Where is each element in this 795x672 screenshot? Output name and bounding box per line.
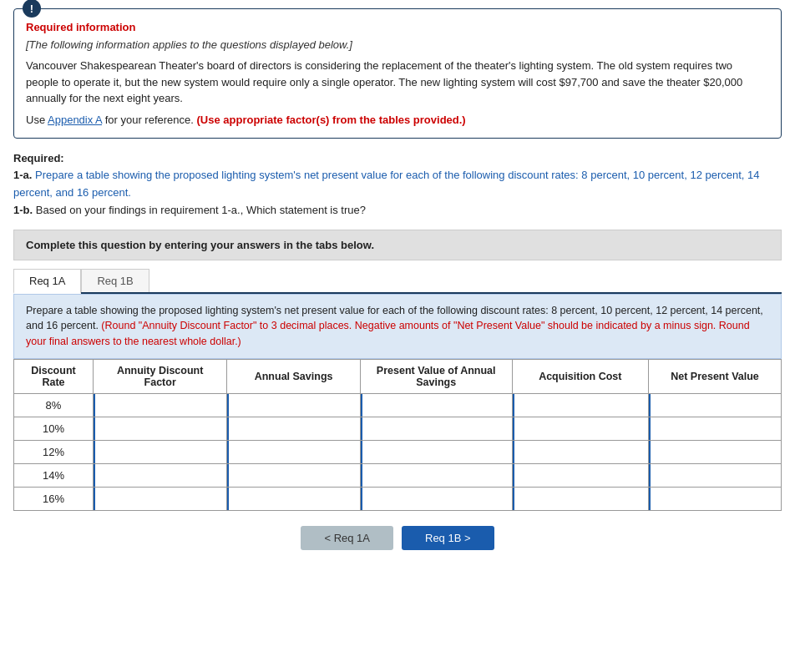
cell-pv_annual_savings-4[interactable]: [360, 487, 512, 510]
required-label: Required:: [13, 150, 782, 168]
input-pv_annual_savings-2[interactable]: [361, 441, 512, 463]
input-npv-4[interactable]: [649, 488, 781, 510]
input-pv_annual_savings-1[interactable]: [361, 417, 512, 440]
cell-annual_savings-2[interactable]: [227, 440, 360, 463]
tab-req1a[interactable]: Req 1A: [13, 269, 81, 294]
input-annual_savings-1[interactable]: [227, 417, 359, 440]
input-acquisition_cost-0[interactable]: [513, 394, 648, 417]
req1a-text: Prepare a table showing the proposed lig…: [13, 169, 760, 199]
cell-npv-1[interactable]: [649, 417, 782, 440]
nav-buttons: < Req 1A Req 1B >: [13, 526, 782, 550]
col-header-annual-savings: Annual Savings: [227, 359, 360, 393]
cell-annual_savings-4[interactable]: [227, 487, 360, 510]
input-annual_savings-3[interactable]: [227, 464, 359, 487]
cell-annual_savings-3[interactable]: [227, 463, 360, 487]
tabs-container: Req 1A Req 1B: [13, 269, 782, 294]
cell-adf-0[interactable]: [93, 393, 226, 417]
input-acquisition_cost-4[interactable]: [513, 488, 648, 510]
cell-acquisition_cost-0[interactable]: [512, 393, 648, 417]
cell-pv_annual_savings-0[interactable]: [360, 393, 512, 417]
info-icon: !: [23, 0, 41, 18]
cell-rate-1: 10%: [14, 417, 94, 440]
table-row: 16%: [14, 487, 782, 510]
input-annual_savings-0[interactable]: [227, 394, 359, 417]
cell-rate-0: 8%: [14, 393, 94, 417]
col-header-pv-annual-savings: Present Value of Annual Savings: [360, 359, 512, 393]
info-body: Vancouver Shakespearean Theater's board …: [26, 58, 766, 107]
input-npv-2[interactable]: [649, 441, 781, 463]
col-header-adf: Annuity Discount Factor: [93, 359, 226, 393]
input-adf-1[interactable]: [94, 417, 226, 440]
input-adf-4[interactable]: [94, 488, 226, 510]
required-section: Required: 1-a. Prepare a table showing t…: [13, 150, 782, 220]
col-header-npv: Net Present Value: [649, 359, 782, 393]
tab-instruction: Prepare a table showing the proposed lig…: [13, 294, 782, 359]
table-row: 14%: [14, 463, 782, 487]
table-row: 8%: [14, 393, 782, 417]
appendix-prefix: Use: [26, 114, 48, 126]
cell-annual_savings-0[interactable]: [227, 393, 360, 417]
input-pv_annual_savings-0[interactable]: [361, 394, 512, 417]
cell-rate-3: 14%: [14, 463, 94, 487]
cell-acquisition_cost-1[interactable]: [512, 417, 648, 440]
tab-req1b[interactable]: Req 1B: [81, 269, 149, 292]
table-row: 12%: [14, 440, 782, 463]
info-box: ! Required information [The following in…: [13, 8, 782, 139]
input-acquisition_cost-3[interactable]: [513, 464, 648, 487]
input-npv-3[interactable]: [649, 464, 781, 487]
appendix-link[interactable]: Appendix A: [48, 114, 102, 126]
tab-instruction-red: (Round "Annuity Discount Factor" to 3 de…: [26, 320, 750, 347]
cell-npv-3[interactable]: [649, 463, 782, 487]
req1b-text: Based on your findings in requirement 1-…: [33, 204, 366, 216]
cell-pv_annual_savings-3[interactable]: [360, 463, 512, 487]
input-adf-2[interactable]: [94, 441, 226, 463]
prev-button[interactable]: < Req 1A: [301, 526, 393, 550]
cell-npv-0[interactable]: [649, 393, 782, 417]
input-pv_annual_savings-3[interactable]: [361, 464, 512, 487]
instruction-bar: Complete this question by entering your …: [13, 230, 782, 260]
cell-npv-4[interactable]: [649, 487, 782, 510]
cell-adf-2[interactable]: [93, 440, 226, 463]
input-adf-0[interactable]: [94, 394, 226, 417]
cell-acquisition_cost-4[interactable]: [512, 487, 648, 510]
col-header-discount-rate: Discount Rate: [14, 359, 94, 393]
cell-adf-1[interactable]: [93, 417, 226, 440]
cell-adf-4[interactable]: [93, 487, 226, 510]
data-table: Discount Rate Annuity Discount Factor An…: [13, 359, 782, 511]
cell-rate-4: 16%: [14, 487, 94, 510]
cell-pv_annual_savings-1[interactable]: [360, 417, 512, 440]
input-adf-3[interactable]: [94, 464, 226, 487]
requirement-1b: 1-b. Based on your findings in requireme…: [13, 202, 782, 220]
table-row: 10%: [14, 417, 782, 440]
appendix-suffix: for your reference.: [102, 114, 196, 126]
cell-acquisition_cost-2[interactable]: [512, 440, 648, 463]
info-title: Required information: [26, 21, 766, 33]
input-annual_savings-4[interactable]: [227, 488, 359, 510]
input-annual_savings-2[interactable]: [227, 441, 359, 463]
cell-acquisition_cost-3[interactable]: [512, 463, 648, 487]
input-npv-0[interactable]: [649, 394, 781, 417]
cell-npv-2[interactable]: [649, 440, 782, 463]
input-pv_annual_savings-4[interactable]: [361, 488, 512, 510]
input-acquisition_cost-1[interactable]: [513, 417, 648, 440]
requirement-1a: 1-a. Prepare a table showing the propose…: [13, 167, 782, 202]
cell-annual_savings-1[interactable]: [227, 417, 360, 440]
col-header-acquisition-cost: Acquisition Cost: [512, 359, 648, 393]
appendix-bold: (Use appropriate factor(s) from the tabl…: [197, 114, 466, 126]
cell-rate-2: 12%: [14, 440, 94, 463]
input-npv-1[interactable]: [649, 417, 781, 440]
cell-pv_annual_savings-2[interactable]: [360, 440, 512, 463]
info-appendix: Use Appendix A for your reference. (Use …: [26, 114, 766, 126]
info-italic: [The following information applies to th…: [26, 38, 766, 51]
next-button[interactable]: Req 1B >: [402, 526, 494, 550]
cell-adf-3[interactable]: [93, 463, 226, 487]
input-acquisition_cost-2[interactable]: [513, 441, 648, 463]
